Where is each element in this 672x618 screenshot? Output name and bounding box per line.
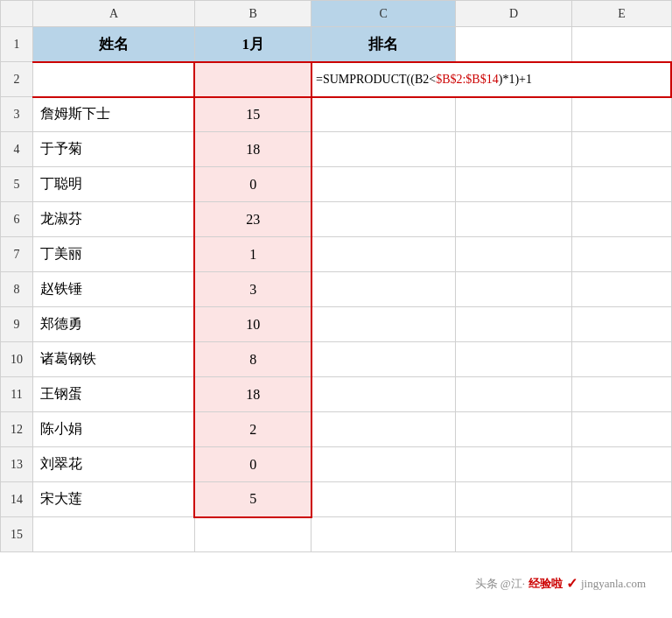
value-cell[interactable]: 18 <box>194 132 312 167</box>
row-num: 3 <box>1 97 33 132</box>
name-cell[interactable]: 龙淑芬 <box>32 202 194 237</box>
table-row: 3 詹姆斯下士 15 <box>1 97 672 132</box>
empty-d[interactable] <box>455 272 572 307</box>
row15-e[interactable] <box>572 517 671 552</box>
name-cell[interactable]: 于予菊 <box>32 132 194 167</box>
value-cell[interactable]: 2 <box>194 412 312 447</box>
row-num-2: 2 <box>1 62 33 97</box>
row-2: 2 =SUMPRODUCT((B2<$B$2:$B$14)*1)+1 <box>1 62 672 97</box>
row15-c[interactable] <box>312 517 455 552</box>
watermark-logo: 经验啦 <box>528 576 563 592</box>
empty-d[interactable] <box>455 377 572 412</box>
rank-cell[interactable] <box>312 97 455 132</box>
empty-d[interactable] <box>455 412 572 447</box>
empty-d[interactable] <box>455 237 572 272</box>
empty-d[interactable] <box>455 482 572 517</box>
col-header-c: C <box>312 1 455 27</box>
name-cell[interactable]: 诸葛钢铁 <box>32 342 194 377</box>
empty-e[interactable] <box>572 97 671 132</box>
col-header-d: D <box>455 1 572 27</box>
empty-e[interactable] <box>572 342 671 377</box>
row-1: 1 姓名 1月 排名 <box>1 27 672 62</box>
empty-e[interactable] <box>572 412 671 447</box>
table-row: 8 赵铁锤 3 <box>1 272 672 307</box>
empty-e[interactable] <box>572 447 671 482</box>
spreadsheet: A B C D E 1 姓名 1月 排名 2 <box>0 0 672 618</box>
row-num: 11 <box>1 377 33 412</box>
empty-e[interactable] <box>572 272 671 307</box>
row-num: 5 <box>1 167 33 202</box>
row-num-1: 1 <box>1 27 33 62</box>
empty-e[interactable] <box>572 167 671 202</box>
value-cell[interactable]: 0 <box>194 167 312 202</box>
col-header-b: B <box>194 1 312 27</box>
empty-e[interactable] <box>572 202 671 237</box>
value-cell[interactable]: 18 <box>194 377 312 412</box>
rank-cell[interactable] <box>312 167 455 202</box>
row-num: 14 <box>1 482 33 517</box>
empty-e[interactable] <box>572 307 671 342</box>
header-e-cell[interactable] <box>572 27 671 62</box>
empty-d[interactable] <box>455 132 572 167</box>
value-cell[interactable]: 10 <box>194 307 312 342</box>
watermark-site: jingyanlа.com <box>581 577 646 591</box>
header-month-cell[interactable]: 1月 <box>194 27 312 62</box>
value-cell[interactable]: 3 <box>194 272 312 307</box>
checkmark-icon: ✓ <box>566 575 578 592</box>
row-num: 9 <box>1 307 33 342</box>
row-num: 13 <box>1 447 33 482</box>
value-cell[interactable]: 5 <box>194 482 312 517</box>
table-row: 9 郑德勇 10 <box>1 307 672 342</box>
rank-cell[interactable] <box>312 412 455 447</box>
rank-cell[interactable] <box>312 307 455 342</box>
name-cell[interactable]: 刘翠花 <box>32 447 194 482</box>
value-cell[interactable]: 8 <box>194 342 312 377</box>
formula-prefix: =SUMPRODUCT((B2< <box>316 73 436 86</box>
value-cell[interactable]: 15 <box>194 97 312 132</box>
empty-e[interactable] <box>572 482 671 517</box>
name-cell[interactable]: 宋大莲 <box>32 482 194 517</box>
name-cell[interactable]: 郑德勇 <box>32 307 194 342</box>
value-cell[interactable]: 1 <box>194 237 312 272</box>
empty-d[interactable] <box>455 307 572 342</box>
header-d-cell[interactable] <box>455 27 572 62</box>
header-rank-cell[interactable]: 排名 <box>312 27 455 62</box>
empty-d[interactable] <box>455 447 572 482</box>
rank-cell[interactable] <box>312 377 455 412</box>
empty-e[interactable] <box>572 132 671 167</box>
table-row: 7 丁美丽 1 <box>1 237 672 272</box>
row15-d[interactable] <box>455 517 572 552</box>
empty-e[interactable] <box>572 377 671 412</box>
rank-cell[interactable] <box>312 447 455 482</box>
row15-a[interactable] <box>32 517 194 552</box>
rank-cell[interactable] <box>312 342 455 377</box>
rank-cell[interactable] <box>312 237 455 272</box>
col-header-e: E <box>572 1 671 27</box>
table-row: 6 龙淑芬 23 <box>1 202 672 237</box>
name-cell[interactable]: 丁美丽 <box>32 237 194 272</box>
empty-e[interactable] <box>572 237 671 272</box>
rank-cell[interactable] <box>312 132 455 167</box>
row15-b[interactable] <box>194 517 312 552</box>
name-cell[interactable]: 赵铁锤 <box>32 272 194 307</box>
row2-a[interactable] <box>32 62 194 97</box>
rank-cell[interactable] <box>312 272 455 307</box>
empty-d[interactable] <box>455 97 572 132</box>
table-row: 5 丁聪明 0 <box>1 167 672 202</box>
empty-d[interactable] <box>455 342 572 377</box>
name-cell[interactable]: 王钢蛋 <box>32 377 194 412</box>
row-15: 15 <box>1 517 672 552</box>
empty-d[interactable] <box>455 167 572 202</box>
rank-cell[interactable] <box>312 482 455 517</box>
name-cell[interactable]: 詹姆斯下士 <box>32 97 194 132</box>
name-cell[interactable]: 陈小娟 <box>32 412 194 447</box>
rank-cell[interactable] <box>312 202 455 237</box>
empty-d[interactable] <box>455 202 572 237</box>
corner-header <box>1 1 33 27</box>
formula-cell[interactable]: =SUMPRODUCT((B2<$B$2:$B$14)*1)+1 <box>312 62 671 97</box>
value-cell[interactable]: 23 <box>194 202 312 237</box>
value-cell[interactable]: 0 <box>194 447 312 482</box>
header-name-cell[interactable]: 姓名 <box>32 27 194 62</box>
row2-b[interactable] <box>194 62 312 97</box>
name-cell[interactable]: 丁聪明 <box>32 167 194 202</box>
